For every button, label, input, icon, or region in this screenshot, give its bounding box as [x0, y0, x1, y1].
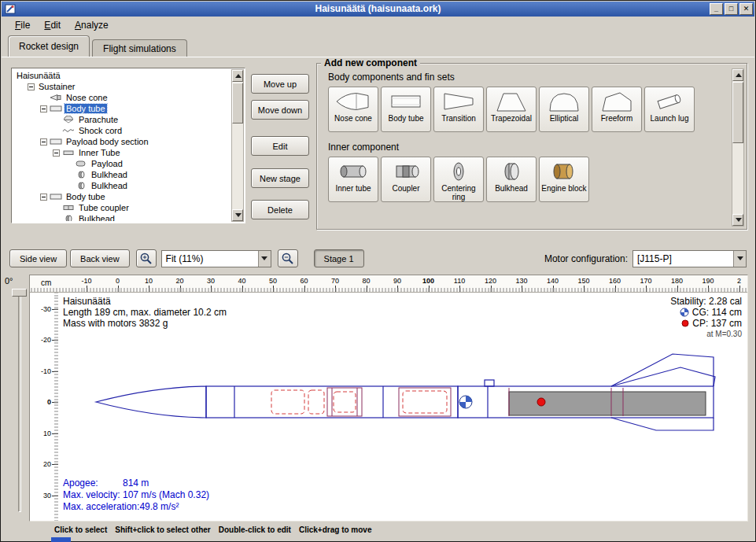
tree-item-tube-coupler[interactable]: Tube coupler	[13, 202, 230, 213]
trapezoidal-icon	[493, 90, 529, 113]
magnifier-minus-icon	[281, 252, 294, 265]
tree-item-bulkhead[interactable]: Bulkhead	[13, 169, 230, 180]
payload-icon	[75, 160, 87, 168]
component-tree[interactable]: HaisunäätäSustainerNose coneBody tubePar…	[11, 68, 245, 223]
apogee-value: 814 m	[123, 477, 149, 489]
ruler-tick-label: 30	[43, 492, 51, 500]
bodytube-icon	[50, 105, 62, 112]
cp-icon	[681, 319, 689, 327]
nosecone-icon	[50, 94, 62, 101]
chevron-down-icon[interactable]	[733, 251, 746, 267]
add-freeform-button[interactable]: Freeform	[592, 87, 642, 132]
palette-button-label: Elliptical	[550, 114, 579, 123]
tab-bar: Rocket designFlight simulations	[2, 35, 754, 57]
ruler-tick-label: 70	[331, 277, 339, 285]
add-engine-block-button[interactable]: Engine block	[539, 157, 589, 202]
add-launch-lug-button[interactable]: Launch lug	[644, 87, 695, 132]
flexible-components[interactable]	[271, 390, 447, 414]
add-elliptical-button[interactable]: Elliptical	[539, 87, 589, 132]
tree-item-parachute[interactable]: Parachute	[13, 114, 230, 125]
tree-item-haisun-t[interactable]: Haisunäätä	[13, 70, 230, 81]
palette-scrollbar[interactable]	[732, 68, 744, 227]
motor-configuration-value: [J115-P]	[637, 253, 672, 264]
bulkhead-icon	[75, 182, 87, 190]
chevron-down-icon[interactable]	[258, 251, 271, 267]
ruler-tick-label: 0	[47, 398, 51, 406]
add-centering-ring-button[interactable]: Centering ring	[433, 157, 484, 202]
tree-scrollbar-thumb[interactable]	[232, 83, 243, 124]
coupler-icon	[62, 204, 75, 212]
tree-item-shock-cord[interactable]: Shock cord	[13, 125, 230, 136]
tree-item-inner-tube[interactable]: Inner Tube	[13, 147, 230, 158]
move-down-button[interactable]: Move down	[251, 100, 309, 120]
tree-scrollbar[interactable]	[231, 69, 244, 222]
palette-button-label: Engine block	[541, 184, 586, 193]
magnifier-plus-icon	[139, 252, 153, 265]
add-trapezoidal-button[interactable]: Trapezoidal	[486, 87, 537, 132]
tree-item-label: Shock cord	[77, 126, 124, 135]
delete-button[interactable]: Delete	[251, 200, 309, 219]
tree-item-body-tube[interactable]: Body tube	[13, 191, 230, 202]
motor-configuration-select[interactable]: [J115-P]	[632, 250, 747, 267]
cg-value: CG: 114 cm	[692, 307, 742, 318]
transition-icon	[441, 90, 477, 113]
tab-flight-simulations[interactable]: Flight simulations	[92, 39, 187, 58]
tree-expander-icon[interactable]	[40, 105, 47, 112]
tree-expander-icon[interactable]	[40, 194, 47, 201]
edit-button[interactable]: Edit	[251, 136, 309, 156]
tree-expander-icon[interactable]	[40, 138, 47, 146]
motor-configuration-label: Motor configuration:	[544, 253, 628, 264]
ruler-tick-label: 130	[515, 277, 527, 285]
rotation-slider[interactable]	[18, 292, 21, 512]
engineblock-icon	[546, 160, 582, 183]
zoom-in-button[interactable]	[136, 249, 157, 267]
menu-analyze[interactable]: Analyze	[68, 17, 116, 34]
stage-1-toggle-button[interactable]: Stage 1	[314, 249, 364, 267]
scroll-up-icon[interactable]	[232, 70, 243, 82]
move-up-button[interactable]: Move up	[251, 74, 309, 94]
menu-file[interactable]: File	[8, 17, 37, 34]
ruler-tick-label: -10	[81, 277, 91, 285]
zoom-select[interactable]: Fit (11%)	[161, 250, 271, 267]
scroll-up-icon[interactable]	[732, 69, 743, 81]
ruler-tick-label: 20	[175, 277, 183, 285]
tree-expander-icon[interactable]	[53, 149, 60, 157]
ruler-tick-label: 150	[577, 277, 589, 285]
bodytube-icon	[388, 90, 424, 113]
bodytube-icon	[50, 193, 62, 201]
tree-item-body-tube[interactable]: Body tube	[13, 103, 230, 114]
maximize-button[interactable]: □	[725, 3, 738, 15]
back-view-button[interactable]: Back view	[70, 249, 130, 267]
close-button[interactable]: ✕	[739, 3, 753, 15]
menu-edit[interactable]: Edit	[37, 17, 68, 34]
top-ruler: cm -100102030405060708090100110120130140…	[30, 275, 747, 293]
tree-item-payload-body-section[interactable]: Payload body section	[13, 136, 230, 147]
title-bar[interactable]: Haisunäätä (haisunaata.ork) _ □ ✕	[2, 2, 754, 17]
tree-item-sustainer[interactable]: Sustainer	[13, 81, 230, 92]
minimize-button[interactable]: _	[710, 3, 723, 15]
palette-button-label: Transition	[441, 114, 476, 123]
add-body-tube-button[interactable]: Body tube	[381, 87, 431, 132]
new-stage-button[interactable]: New stage	[251, 168, 309, 188]
zoom-out-button[interactable]	[278, 249, 298, 267]
add-transition-button[interactable]: Transition	[433, 87, 484, 132]
tree-item-bulkhead[interactable]: Bulkhead	[13, 213, 230, 221]
scroll-down-icon[interactable]	[732, 214, 743, 226]
rocket-canvas[interactable]: cm -100102030405060708090100110120130140…	[29, 275, 748, 522]
tree-item-nose-cone[interactable]: Nose cone	[13, 92, 230, 103]
add-inner-tube-button[interactable]: Inner tube	[328, 157, 378, 202]
palette-scrollbar-thumb[interactable]	[732, 82, 743, 143]
tree-expander-icon[interactable]	[28, 83, 35, 90]
side-view-button[interactable]: Side view	[9, 249, 67, 267]
add-nose-cone-button[interactable]: Nose cone	[328, 87, 378, 132]
status-hint-double-click-to-edit: Double-click to edit	[219, 525, 291, 534]
add-coupler-button[interactable]: Coupler	[381, 157, 431, 202]
shockcord-icon	[62, 127, 75, 135]
tree-item-payload[interactable]: Payload	[13, 158, 230, 169]
tab-rocket-design[interactable]: Rocket design	[8, 35, 90, 57]
rotation-slider-thumb[interactable]	[12, 289, 27, 297]
add-bulkhead-button[interactable]: Bulkhead	[486, 157, 537, 202]
tree-item-label: Payload	[90, 159, 124, 168]
tree-item-bulkhead[interactable]: Bulkhead	[13, 180, 230, 191]
scroll-down-icon[interactable]	[232, 209, 243, 221]
